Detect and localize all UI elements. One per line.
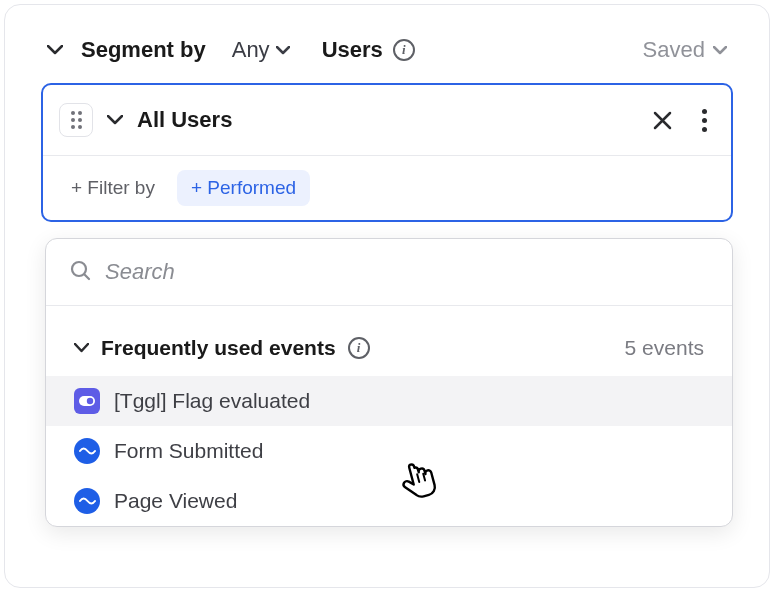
info-icon[interactable]: i — [348, 337, 370, 359]
saved-dropdown[interactable]: Saved — [643, 37, 727, 63]
segment-by-label: Segment by — [81, 37, 206, 63]
segment-definition-box: All Users + Filter by + Performed — [41, 83, 733, 222]
filter-by-button[interactable]: + Filter by — [61, 170, 165, 206]
chevron-down-icon — [713, 46, 727, 55]
event-row-form-submitted[interactable]: Form Submitted — [46, 426, 732, 476]
segment-filters-row: + Filter by + Performed — [43, 156, 731, 220]
event-label: Page Viewed — [114, 489, 237, 513]
users-group: Users i — [322, 37, 415, 63]
drag-dots-icon — [71, 111, 82, 129]
search-icon — [70, 260, 91, 285]
any-label: Any — [232, 37, 270, 63]
toggle-icon — [74, 388, 100, 414]
header-row: Segment by Any Users i Saved — [5, 5, 769, 83]
kebab-menu-icon[interactable] — [702, 109, 707, 132]
svg-line-1 — [85, 274, 90, 279]
wave-icon — [74, 488, 100, 514]
search-input[interactable] — [105, 259, 708, 285]
performed-button[interactable]: + Performed — [177, 170, 310, 206]
any-dropdown[interactable]: Any — [232, 37, 290, 63]
info-icon[interactable]: i — [393, 39, 415, 61]
wave-icon — [74, 438, 100, 464]
search-row — [46, 239, 732, 306]
drag-handle[interactable] — [59, 103, 93, 137]
segment-builder-panel: Segment by Any Users i Saved — [4, 4, 770, 588]
svg-point-3 — [87, 398, 93, 404]
section-title: Frequently used events — [101, 336, 336, 360]
event-label: [Tggl] Flag evaluated — [114, 389, 310, 413]
close-icon[interactable] — [653, 111, 672, 130]
segment-title: All Users — [137, 107, 232, 133]
chevron-down-icon — [276, 46, 290, 55]
event-label: Form Submitted — [114, 439, 263, 463]
saved-label: Saved — [643, 37, 705, 63]
chevron-down-icon — [74, 343, 89, 353]
event-row-page-viewed[interactable]: Page Viewed — [46, 476, 732, 526]
segment-box-header: All Users — [43, 85, 731, 156]
frequently-used-header[interactable]: Frequently used events i 5 events — [46, 306, 732, 376]
events-count: 5 events — [625, 336, 704, 360]
chevron-down-icon[interactable] — [107, 115, 123, 125]
event-row-tggl-flag-evaluated[interactable]: [Tggl] Flag evaluated — [46, 376, 732, 426]
event-picker-dropdown: Frequently used events i 5 events [Tggl]… — [45, 238, 733, 527]
chevron-down-icon[interactable] — [47, 45, 63, 55]
users-label: Users — [322, 37, 383, 63]
